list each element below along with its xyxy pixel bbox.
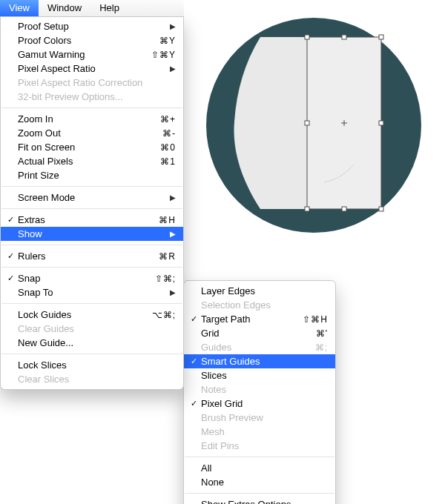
menubar-item-window[interactable]: Window (39, 0, 90, 16)
menu-item-label: Actual Pixels (16, 156, 151, 167)
menu-item-shortcut: ⌘Y (151, 36, 176, 46)
menu-item-rulers[interactable]: ✓Rulers⌘R (1, 249, 183, 263)
menu-item-proof-colors[interactable]: Proof Colors⌘Y (1, 33, 183, 47)
menu-item-label: Clear Guides (16, 323, 176, 334)
menu-item-new-guide[interactable]: New Guide... (1, 336, 183, 350)
checkmark-icon: ✓ (188, 399, 199, 408)
menu-item-label: Print Size (16, 170, 176, 181)
menu-item-gamut-warning[interactable]: Gamut Warning⇧⌘Y (1, 47, 183, 62)
menu-item-shortcut: ⌘R (150, 251, 176, 262)
menu-item-label: Show Extras Options... (199, 499, 328, 504)
menu-item-notes: Notes (184, 382, 335, 397)
menu-item-label: Brush Preview (199, 412, 328, 423)
menu-item-extras[interactable]: ✓Extras⌘H (1, 213, 183, 227)
menu-item-shortcut: ⌘; (306, 342, 328, 353)
checkmark-icon: ✓ (5, 273, 16, 283)
menu-item-zoom-out[interactable]: Zoom Out⌘- (1, 126, 183, 140)
menu-item-mesh: Mesh (184, 425, 335, 439)
menu-item-print-size[interactable]: Print Size (1, 168, 183, 182)
menu-item-label: Pixel Aspect Ratio (16, 63, 168, 74)
menu-item-snap-to[interactable]: Snap To▶ (1, 285, 183, 299)
menu-item-label: Selection Edges (199, 299, 328, 311)
menu-item-shortcut: ⌘' (307, 328, 328, 339)
menu-separator (185, 493, 334, 494)
checkmark-icon: ✓ (188, 314, 199, 324)
menu-item-screen-mode[interactable]: Screen Mode▶ (1, 190, 183, 205)
menu-separator (1, 354, 182, 354)
menu-item-label: Lock Guides (16, 309, 143, 320)
menubar: ViewWindowHelp (0, 0, 184, 17)
menubar-item-view[interactable]: View (0, 0, 39, 16)
menu-item-label: Grid (199, 328, 307, 339)
menu-item-label: Lock Slices (16, 359, 176, 371)
menu-view: Proof Setup▶Proof Colors⌘YGamut Warning⇧… (0, 16, 184, 390)
menu-item-label: Zoom Out (16, 127, 154, 139)
menu-item-shortcut: ⌘+ (151, 114, 176, 125)
menu-item-smart-guides[interactable]: ✓Smart Guides (184, 354, 335, 368)
menu-item-slices[interactable]: Slices (184, 368, 335, 382)
menu-separator (1, 303, 182, 304)
menu-item-clear-guides: Clear Guides (1, 322, 183, 336)
menu-item-shortcut: ⌘0 (151, 142, 176, 153)
menu-item-shortcut: ⇧⌘; (146, 273, 176, 284)
menu-item-label: Mesh (199, 426, 328, 437)
menubar-item-help[interactable]: Help (90, 0, 128, 16)
svg-rect-8 (379, 207, 383, 211)
menu-item-label: Proof Setup (16, 21, 168, 32)
menu-separator (1, 208, 182, 209)
menu-item-shortcut: ⌥⌘; (143, 310, 176, 320)
menu-item-label: Guides (199, 342, 306, 353)
menu-item-label: Proof Colors (16, 35, 151, 46)
menu-item-label: All (199, 462, 328, 474)
menu-item-label: Target Path (199, 314, 294, 325)
menu-item-lock-slices[interactable]: Lock Slices (1, 358, 183, 372)
menu-item-target-path[interactable]: ✓Target Path⇧⌘H (184, 312, 335, 326)
menu-item-shortcut: ⇧⌘H (294, 314, 328, 325)
menu-item-label: Extras (16, 214, 150, 225)
menu-item-layer-edges[interactable]: Layer Edges (184, 284, 335, 298)
menu-item-edit-pins: Edit Pins (184, 439, 335, 453)
menu-item-zoom-in[interactable]: Zoom In⌘+ (1, 112, 183, 126)
menu-item-pixel-grid[interactable]: ✓Pixel Grid (184, 397, 335, 411)
menu-item-label: None (199, 477, 328, 488)
menu-item-pixel-aspect-ratio[interactable]: Pixel Aspect Ratio▶ (1, 62, 183, 76)
svg-rect-5 (379, 121, 383, 125)
menu-item-actual-pixels[interactable]: Actual Pixels⌘1 (1, 154, 183, 168)
menu-item-label: Snap (16, 273, 146, 284)
menu-item-pixel-aspect-ratio-correction: Pixel Aspect Ratio Correction (1, 76, 183, 90)
menu-separator (1, 107, 182, 108)
menu-item-label: Pixel Grid (199, 398, 328, 409)
menu-item-label: Notes (199, 384, 328, 395)
menu-item-all[interactable]: All (184, 461, 335, 475)
menu-separator (185, 457, 334, 457)
menu-item-label: Screen Mode (16, 192, 168, 203)
svg-rect-1 (305, 35, 309, 39)
menu-item-lock-guides[interactable]: Lock Guides⌥⌘; (1, 308, 183, 322)
menu-item-proof-setup[interactable]: Proof Setup▶ (1, 19, 183, 33)
menu-item-label: Show (16, 228, 168, 239)
menu-separator (1, 245, 182, 245)
menu-separator (1, 267, 182, 268)
menu-item-grid[interactable]: Grid⌘' (184, 326, 335, 340)
menu-item-shortcut: ⌘1 (151, 156, 176, 167)
menu-item-fit-on-screen[interactable]: Fit on Screen⌘0 (1, 140, 183, 154)
menu-item-label: Clear Slices (16, 374, 176, 385)
svg-rect-3 (379, 35, 383, 39)
menu-item-show[interactable]: Show▶ (1, 227, 183, 241)
menu-item-none[interactable]: None (184, 475, 335, 489)
svg-rect-2 (342, 35, 346, 39)
menu-item-label: Fit on Screen (16, 142, 151, 153)
svg-rect-7 (342, 207, 346, 211)
checkmark-icon: ✓ (188, 357, 199, 366)
menu-item-label: Zoom In (16, 113, 151, 125)
menu-item-label: 32-bit Preview Options... (16, 91, 176, 102)
menu-item-show-extras-options[interactable]: Show Extras Options... (184, 497, 335, 504)
menu-item-label: Snap To (16, 287, 168, 298)
menu-item-label: Rulers (16, 251, 150, 262)
checkmark-icon: ✓ (5, 215, 16, 225)
menu-item-label: Edit Pins (199, 440, 328, 451)
menu-item-brush-preview: Brush Preview (184, 411, 335, 425)
menu-item-snap[interactable]: ✓Snap⇧⌘; (1, 271, 183, 285)
submenu-arrow-icon: ▶ (168, 288, 176, 296)
menu-separator (1, 186, 182, 187)
